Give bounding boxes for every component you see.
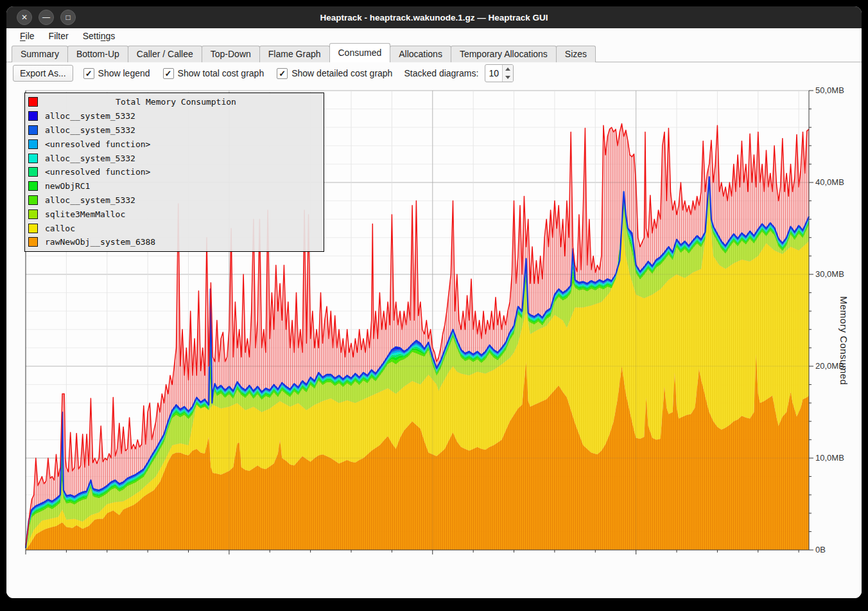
tab-bottom-up[interactable]: Bottom-Up	[67, 46, 128, 62]
spinbox-down-button[interactable]	[503, 73, 513, 82]
checkbox-group: ✓Show legend✓Show total cost graph✓Show …	[80, 68, 393, 79]
tab-consumed[interactable]: Consumed	[329, 43, 391, 62]
menu-filter[interactable]: Filter	[43, 30, 74, 42]
tab-summary[interactable]: Summary	[12, 46, 68, 62]
legend-label: alloc__system_5332	[45, 154, 135, 163]
legend-item: alloc__system_5332	[25, 123, 324, 137]
menu-file[interactable]: File	[14, 30, 40, 42]
legend-swatch-icon	[28, 97, 38, 107]
y-tick-label: 20,0MB	[815, 361, 860, 371]
down-arrow-icon	[505, 76, 510, 79]
app-window: ✕ — □ Heaptrack - heaptrack.wakunode.1.g…	[6, 6, 862, 598]
tab-sizes[interactable]: Sizes	[556, 46, 596, 62]
legend-item: <unresolved function>	[25, 137, 324, 151]
y-tick-label: 30,0MB	[815, 269, 860, 279]
tab-allocations[interactable]: Allocations	[390, 46, 451, 62]
window-title: Heaptrack - heaptrack.wakunode.1.gz — He…	[6, 6, 862, 28]
tab-caller-callee[interactable]: Caller / Callee	[128, 46, 202, 62]
legend-swatch-icon	[28, 224, 38, 233]
legend-swatch-icon	[28, 237, 38, 247]
legend-item: <unresolved function>	[25, 165, 324, 179]
y-tick-label: 10,0MB	[815, 453, 860, 463]
spinbox-up-button[interactable]	[503, 65, 513, 73]
tab-top-down[interactable]: Top-Down	[202, 46, 260, 62]
menu-settings[interactable]: Settings	[77, 30, 121, 42]
legend-label: newObjRC1	[45, 181, 90, 191]
checkbox-label: Show legend	[98, 68, 150, 78]
export-as-button[interactable]: Export As...	[13, 65, 73, 82]
checkbox-label: Show total cost graph	[178, 68, 265, 78]
legend-label: alloc__system_5332	[45, 111, 135, 121]
legend-swatch-icon	[28, 125, 38, 135]
checkbox-box[interactable]: ✓	[83, 68, 94, 79]
legend-item: rawNewObj__system_6388	[25, 235, 324, 249]
menubar: FileFilterSettings	[6, 28, 862, 44]
legend-label: <unresolved function>	[45, 167, 150, 177]
checkbox-box[interactable]: ✓	[163, 68, 174, 79]
tabbar: SummaryBottom-UpCaller / CalleeTop-DownF…	[6, 44, 862, 62]
legend-item: Total Memory Consumption	[25, 95, 324, 109]
titlebar[interactable]: ✕ — □ Heaptrack - heaptrack.wakunode.1.g…	[6, 6, 862, 28]
y-axis-title: Memory Consumed	[838, 296, 849, 385]
checkbox-show-legend[interactable]: ✓Show legend	[83, 68, 150, 79]
legend-swatch-icon	[28, 181, 38, 191]
legend-swatch-icon	[28, 154, 38, 163]
legend-item: sqlite3MemMalloc	[25, 207, 324, 221]
checkbox-label: Show detailed cost graph	[291, 68, 392, 78]
legend-swatch-icon	[28, 209, 38, 219]
spinbox-arrows	[502, 65, 513, 82]
memory-consumption-chart[interactable]: Total Memory Consumptionalloc__system_53…	[24, 91, 808, 550]
stacked-diagrams-label: Stacked diagrams:	[404, 68, 478, 78]
legend-label: <unresolved function>	[45, 139, 150, 149]
legend-item: newObjRC1	[25, 179, 324, 193]
up-arrow-icon	[505, 67, 510, 71]
chart-legend: Total Memory Consumptionalloc__system_53…	[24, 93, 324, 252]
tab-flame-graph[interactable]: Flame Graph	[259, 46, 330, 62]
legend-label: calloc	[45, 224, 75, 233]
legend-swatch-icon	[28, 195, 38, 205]
y-tick-label: 0B	[815, 545, 860, 555]
tab-temporary-allocations[interactable]: Temporary Allocations	[451, 46, 557, 62]
stacked-diagrams-value[interactable]: 10	[485, 65, 502, 82]
legend-item: alloc__system_5332	[25, 109, 324, 123]
y-tick-label: 50,0MB	[815, 85, 860, 96]
legend-swatch-icon	[28, 139, 38, 149]
checkbox-show-detailed-cost-graph[interactable]: ✓Show detailed cost graph	[277, 68, 392, 79]
legend-title: Total Memory Consumption	[38, 97, 314, 107]
legend-label: sqlite3MemMalloc	[45, 209, 125, 219]
legend-label: alloc__system_5332	[45, 125, 135, 135]
legend-item: alloc__system_5332	[25, 193, 324, 208]
stacked-diagrams-spinbox[interactable]: 10	[485, 64, 514, 82]
checkbox-show-total-cost-graph[interactable]: ✓Show total cost graph	[163, 68, 265, 79]
legend-item: alloc__system_5332	[25, 151, 324, 165]
legend-swatch-icon	[28, 167, 38, 177]
legend-label: rawNewObj__system_6388	[45, 237, 155, 247]
legend-swatch-icon	[28, 111, 38, 121]
chart-area: Total Memory Consumptionalloc__system_53…	[6, 84, 862, 598]
legend-label: alloc__system_5332	[45, 195, 135, 205]
toolbar: Export As... ✓Show legend✓Show total cos…	[6, 62, 862, 84]
checkbox-box[interactable]: ✓	[277, 68, 288, 79]
legend-item: calloc	[25, 221, 324, 235]
y-tick-label: 40,0MB	[815, 177, 860, 188]
